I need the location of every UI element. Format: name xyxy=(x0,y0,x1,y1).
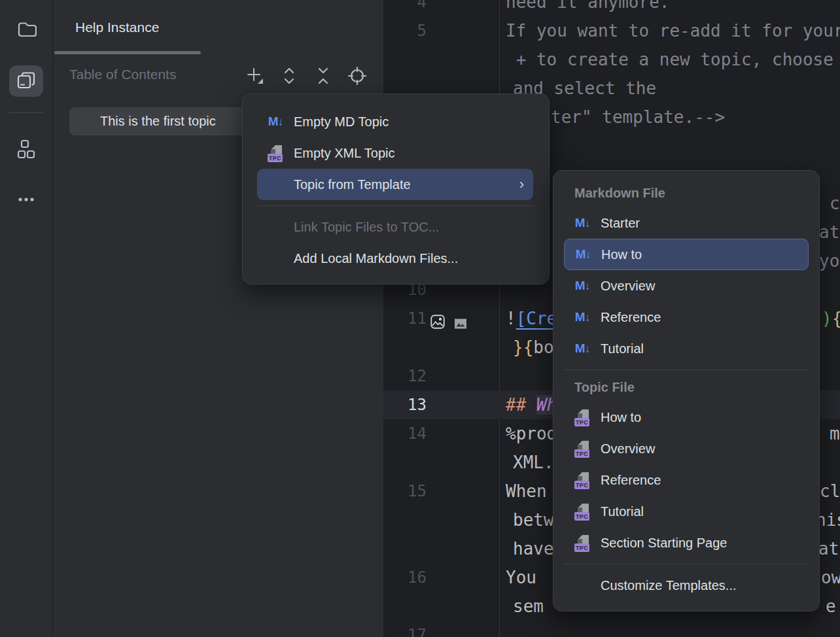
stripe-divider xyxy=(9,112,43,113)
editor-line-wrap[interactable]: + to create a new topic, choose t xyxy=(383,45,840,74)
menu-item-label: Customize Templates... xyxy=(601,578,737,593)
topic-file-icon: TPC xyxy=(574,504,590,519)
code-token: e xyxy=(826,596,836,616)
code-token: ## xyxy=(506,395,536,415)
menu-item-link-topic-files-to-toc: Link Topic Files to TOC... xyxy=(257,211,533,243)
code-token: When xyxy=(506,481,547,501)
editor-line-4[interactable]: 4need it anymore. xyxy=(383,0,840,16)
code-token: %prod xyxy=(506,424,557,443)
code-text: at xyxy=(819,218,839,247)
code-text: c xyxy=(830,189,840,218)
add-topic-popup-menu: M↓Empty MD TopicTPCEmpty XML TopicTopic … xyxy=(242,94,550,284)
code-token: [Cre xyxy=(516,309,557,328)
menu-item-tutorial[interactable]: M↓Tutorial xyxy=(564,333,809,364)
code-text: XML. xyxy=(513,448,554,477)
code-text: cl xyxy=(820,477,840,506)
menu-item-customize-templates[interactable]: Customize Templates... xyxy=(564,570,809,601)
code-text: m xyxy=(830,419,840,448)
collapse-all-icon[interactable] xyxy=(312,63,334,88)
menu-item-tutorial[interactable]: TPCTutorial xyxy=(564,496,809,527)
toc-toolbar: Table of Contents xyxy=(53,57,383,95)
menu-item-starter[interactable]: M↓Starter xyxy=(564,207,809,239)
expand-all-icon[interactable] xyxy=(278,63,300,88)
toc-tree-item[interactable]: This is the first topic xyxy=(69,107,254,135)
code-text: ter" template.--> xyxy=(551,103,725,131)
code-token: XML. xyxy=(513,453,554,472)
toc-title: Table of Contents xyxy=(69,67,176,82)
menu-item-label: Tutorial xyxy=(601,504,644,519)
tab-help-instance[interactable]: Help Instance xyxy=(75,20,159,35)
menu-item-empty-md-topic[interactable]: M↓Empty MD Topic xyxy=(257,106,533,137)
code-token: ter" template.--> xyxy=(551,107,725,127)
code-token: you xyxy=(819,251,840,271)
menu-item-overview[interactable]: M↓Overview xyxy=(564,270,809,301)
code-token: ow xyxy=(821,568,840,587)
code-text: ## Wh xyxy=(506,390,557,419)
code-token: If you want to re-add it for your xyxy=(506,21,840,41)
line-number: 4 xyxy=(393,0,427,16)
line-number: 12 xyxy=(393,362,427,390)
line-number: 11 xyxy=(393,304,427,333)
code-token: have xyxy=(513,539,554,559)
menu-separator xyxy=(564,370,809,370)
markdown-file-icon: M↓ xyxy=(574,278,590,294)
menu-item-how-to[interactable]: M↓How to xyxy=(564,239,809,270)
menu-item-label: Add Local Markdown Files... xyxy=(294,251,458,266)
code-token: at xyxy=(818,539,839,559)
tab-underline xyxy=(54,51,201,54)
code-text: %prod xyxy=(506,419,557,448)
submenu-arrow-icon: › xyxy=(519,176,524,193)
code-text: }{bo xyxy=(513,333,554,362)
tool-window-header: Help Instance xyxy=(53,0,383,57)
topic-file-icon: TPC xyxy=(574,441,590,456)
topic-file-icon: TPC xyxy=(574,535,590,551)
menu-item-add-local-markdown-files[interactable]: Add Local Markdown Files... xyxy=(257,243,533,274)
menu-item-label: Section Starting Page xyxy=(601,536,727,551)
code-text: ow xyxy=(821,563,840,592)
menu-item-label: Overview xyxy=(601,279,655,294)
code-token: m xyxy=(830,424,840,443)
menu-item-section-starting-page[interactable]: TPCSection Starting Page xyxy=(564,527,809,559)
line-number: 15 xyxy=(393,477,427,506)
menu-item-how-to[interactable]: TPCHow to xyxy=(564,402,809,433)
menu-item-label: Overview xyxy=(601,441,655,456)
locate-icon[interactable] xyxy=(346,63,368,88)
instances-icon[interactable] xyxy=(9,65,43,97)
topic-file-icon: TPC xyxy=(268,145,283,161)
code-token: { xyxy=(832,309,840,328)
menu-item-topic-from-template[interactable]: Topic from Template› xyxy=(257,169,533,200)
markdown-file-icon: M↓ xyxy=(574,341,590,356)
code-token: need it anymore. xyxy=(506,0,669,12)
tool-window-stripe xyxy=(0,0,53,637)
menu-item-empty-xml-topic[interactable]: TPCEmpty XML Topic xyxy=(257,137,533,169)
menu-item-overview[interactable]: TPCOverview xyxy=(564,433,809,464)
menu-item-label: Starter xyxy=(601,216,640,231)
ide-window: Help Instance Table of Contents xyxy=(0,0,840,637)
folder-icon[interactable] xyxy=(9,14,43,45)
editor-line-5[interactable]: 5If you want to re-add it for your xyxy=(383,16,840,45)
menu-item-label: Empty MD Topic xyxy=(294,114,389,129)
code-text: need it anymore. xyxy=(506,0,669,16)
code-text: If you want to re-add it for your xyxy=(506,16,840,45)
menu-item-reference[interactable]: TPCReference xyxy=(564,464,809,496)
menu-item-label: Topic from Template xyxy=(294,177,411,192)
code-text: betw xyxy=(513,506,554,534)
code-token: ! xyxy=(506,309,516,328)
line-number: 16 xyxy=(393,563,427,592)
line-number: 13 xyxy=(393,390,427,419)
line-number: 17 xyxy=(393,621,427,637)
menu-item-reference[interactable]: M↓Reference xyxy=(564,301,809,333)
markdown-file-icon: M↓ xyxy=(575,247,591,262)
menu-separator xyxy=(257,205,533,206)
editor-line-17[interactable]: 17 xyxy=(383,621,840,637)
topic-file-icon: TPC xyxy=(574,472,590,488)
structure-icon[interactable] xyxy=(9,133,43,165)
code-token: betw xyxy=(513,510,554,530)
add-icon[interactable] xyxy=(244,63,266,88)
code-token: + to create a new topic, choose t xyxy=(506,50,840,69)
code-token: You xyxy=(506,568,536,587)
topic-file-icon: TPC xyxy=(574,409,590,425)
more-icon[interactable] xyxy=(9,184,43,215)
code-text: e xyxy=(826,592,836,621)
code-text: have xyxy=(513,534,554,563)
